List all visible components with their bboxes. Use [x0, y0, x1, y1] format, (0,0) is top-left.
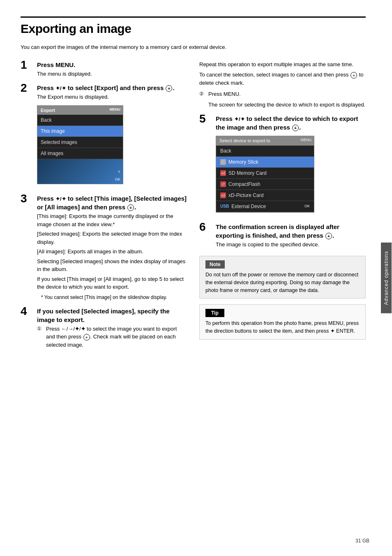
- menu-ok-label: OK: [115, 177, 120, 183]
- col-right: Repeat this operation to export multiple…: [199, 60, 366, 357]
- export-menu-screenshot: Export MENU Back This image Selected ima…: [37, 105, 123, 185]
- step-4-cancel: To cancel the selection, select images t…: [199, 71, 366, 87]
- step-3-title: Press ✦/✦ to select [This image], [Selec…: [37, 194, 187, 211]
- step-4-body: ① Press ←/→/✦/✦ to select the image you …: [37, 325, 187, 349]
- step-3: 3 Press ✦/✦ to select [This image], [Sel…: [21, 194, 187, 301]
- step-4-repeat: Repeat this operation to export multiple…: [199, 60, 366, 69]
- step-4-continued: Repeat this operation to export multiple…: [199, 60, 366, 109]
- step-1-body: The menu is displayed.: [37, 70, 187, 78]
- step-5-content: Press ✦/✦ to select the device to which …: [216, 114, 366, 217]
- sub-step-4-1-num: ①: [37, 325, 44, 349]
- step-3-content: Press ✦/✦ to select [This image], [Selec…: [37, 194, 187, 301]
- dev-item-memory-stick: □ Memory Stick: [216, 157, 314, 168]
- step-6-title: The confirmation screen is displayed aft…: [216, 222, 366, 240]
- step-4-content: If you selected [Selected images], speci…: [37, 307, 187, 352]
- menu-item-all-images: All images: [37, 148, 123, 159]
- menu-title: Export MENU: [37, 106, 123, 115]
- dev-item-back: Back: [216, 146, 314, 157]
- page-number-value: 31: [355, 538, 361, 544]
- dev-item-xd: xd xD-Picture Card: [216, 190, 314, 201]
- step-4-title: If you selected [Selected images], speci…: [37, 307, 187, 324]
- step-6-number: 6: [199, 221, 211, 233]
- step-5: 5 Press ✦/✦ to select the device to whic…: [199, 114, 366, 217]
- step-2-content: Press ✦/✦ to select [Export] and then pr…: [37, 83, 187, 188]
- sub-step-4-2-num: ②: [199, 90, 206, 98]
- col-left: 1 Press MENU. The menu is displayed. 2 P…: [21, 60, 187, 357]
- dev-label-right: MENU: [301, 137, 312, 143]
- menu-item-selected-images: Selected images: [37, 137, 123, 148]
- cf-icon: cf: [220, 181, 226, 187]
- sub-step-4-1: ① Press ←/→/✦/✦ to select the image you …: [37, 325, 187, 349]
- dev-item-usb: USB External Device OK: [216, 201, 314, 212]
- step-3-footnote: * You cannot select [This image] on the …: [37, 294, 187, 301]
- tip-box: Tip To perform this operation from the p…: [199, 304, 366, 340]
- tip-text: To perform this operation from the photo…: [205, 320, 360, 335]
- step-2: 2 Press ✦/✦ to select [Export] and then …: [21, 83, 187, 188]
- step-3-number: 3: [21, 193, 32, 204]
- step-4-number: 4: [21, 306, 32, 317]
- page-number-suffix: GB: [362, 538, 369, 544]
- menu-item-back: Back: [37, 115, 123, 126]
- sub-step-4-2: ② Press MENU.: [199, 90, 366, 98]
- note-header: Note: [205, 260, 225, 269]
- sd-icon: sd: [220, 170, 226, 176]
- dev-item-cf: cf CompactFlash: [216, 179, 314, 190]
- memory-stick-icon: □: [220, 159, 226, 165]
- sub-step-4-1-text: Press ←/→/✦/✦ to select the image you wa…: [46, 325, 187, 349]
- menu-label-right: MENU: [110, 107, 121, 113]
- right-tab: Advanced operations: [380, 0, 392, 556]
- step-3-body: [This image]: Exports the image currentl…: [37, 212, 187, 291]
- step-4: 4 If you selected [Selected images], spe…: [21, 307, 187, 352]
- main-content: Exporting an image You can export the im…: [21, 16, 366, 540]
- xd-icon: xd: [220, 192, 226, 198]
- tip-header: Tip: [205, 309, 224, 317]
- two-column-layout: 1 Press MENU. The menu is displayed. 2 P…: [21, 60, 366, 357]
- device-title: Select device to export to MENU: [216, 136, 314, 146]
- usb-label: USB: [220, 203, 229, 209]
- step-6-body: The image is copied to the specified dev…: [216, 241, 366, 249]
- step-2-title: Press ✦/✦ to select [Export] and then pr…: [37, 83, 187, 92]
- page-number: 31 GB: [355, 538, 369, 544]
- step-2-number: 2: [21, 82, 32, 94]
- step-1-number: 1: [21, 59, 32, 71]
- menu-item-this-image: This image: [37, 126, 123, 137]
- step-1: 1 Press MENU. The menu is displayed.: [21, 60, 187, 78]
- intro-text: You can export the images of the interna…: [21, 43, 366, 51]
- step-6-content: The confirmation screen is displayed aft…: [216, 222, 366, 249]
- dev-item-sd: sd SD Memory Card: [216, 168, 314, 179]
- scroll-down-icon: ▼: [117, 169, 121, 175]
- right-tab-label: Advanced operations: [381, 243, 392, 313]
- page: Exporting an image You can export the im…: [0, 0, 392, 556]
- step-6: 6 The confirmation screen is displayed a…: [199, 222, 366, 249]
- note-box: Note Do not turn off the power or remove…: [199, 256, 366, 299]
- dev-ok-label: OK: [304, 204, 310, 209]
- step-5-title: Press ✦/✦ to select the device to which …: [216, 114, 366, 132]
- menu-background-image: ▼ OK: [37, 159, 123, 184]
- step-5-number: 5: [199, 113, 211, 125]
- step-1-content: Press MENU. The menu is displayed.: [37, 60, 187, 78]
- sub-step-4-2-text: Press MENU.: [208, 90, 241, 98]
- sub-step-4-2-body: The screen for selecting the device to w…: [208, 101, 366, 109]
- device-select-screenshot: Select device to export to MENU Back □ M…: [216, 136, 314, 213]
- page-title: Exporting an image: [21, 16, 366, 36]
- note-text: Do not turn off the power or remove the …: [205, 271, 360, 294]
- step-2-body: The Export menu is displayed.: [37, 93, 187, 101]
- step-1-title: Press MENU.: [37, 60, 187, 69]
